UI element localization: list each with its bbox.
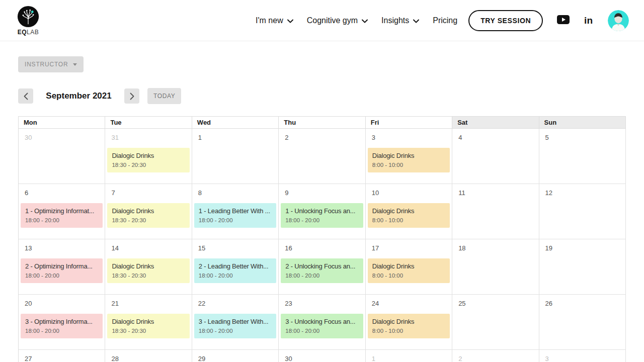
day-cell[interactable]: 11 <box>452 184 539 239</box>
nav-item-cognitive-gym[interactable]: Cognitive gym <box>307 16 368 25</box>
event-time: 18:30 - 20:30 <box>112 328 185 334</box>
brand-name: EQLAB <box>18 29 39 36</box>
weekday-header-sun: Sun <box>539 117 626 129</box>
day-cell[interactable]: 7Dialogic Drinks18:30 - 20:30 <box>105 184 192 239</box>
day-cell[interactable]: 27 <box>19 350 105 362</box>
event-2-unlocking-focus-an[interactable]: 2 - Unlocking Focus an...18:00 - 20:00 <box>281 258 363 283</box>
event-title: Dialogic Drinks <box>372 207 445 215</box>
day-cell[interactable]: 18 <box>452 239 539 295</box>
day-cell[interactable]: 5 <box>539 129 626 184</box>
event-1-unlocking-focus-an[interactable]: 1 - Unlocking Focus an...18:00 - 20:00 <box>281 203 363 228</box>
day-cell[interactable]: 28 <box>105 350 192 362</box>
day-cell[interactable]: 24Dialogic Drinks8:00 - 10:00 <box>366 295 452 350</box>
day-cell[interactable]: 2 <box>279 129 365 184</box>
day-cell[interactable]: 26 <box>539 295 626 350</box>
day-cell[interactable]: 233 - Unlocking Focus an...18:00 - 20:00 <box>279 295 365 350</box>
event-dialogic-drinks[interactable]: Dialogic Drinks8:00 - 10:00 <box>368 314 450 338</box>
user-avatar[interactable] <box>608 10 629 31</box>
day-cell[interactable]: 91 - Unlocking Focus an...18:00 - 20:00 <box>279 184 365 239</box>
weekday-header-thu: Thu <box>279 117 365 129</box>
event-time: 8:00 - 10:00 <box>372 162 445 168</box>
instructor-filter-dropdown[interactable]: INSTRUCTOR <box>18 56 84 72</box>
nav-item-insights[interactable]: Insights <box>381 16 419 25</box>
day-cell[interactable]: 12 <box>539 184 626 239</box>
day-cell[interactable]: 14Dialogic Drinks18:30 - 20:30 <box>105 239 192 295</box>
day-number: 17 <box>366 239 452 252</box>
day-cell[interactable]: 223 - Leading Better With...18:00 - 20:0… <box>192 295 279 350</box>
nav-item-pricing[interactable]: Pricing <box>433 16 457 25</box>
nav-item-im-new[interactable]: I'm new <box>256 16 293 25</box>
day-cell[interactable]: 17Dialogic Drinks8:00 - 10:00 <box>366 239 452 295</box>
event-3-optimizing-informa[interactable]: 3 - Optimizing Informa...18:00 - 20:00 <box>21 314 103 338</box>
event-dialogic-drinks[interactable]: Dialogic Drinks18:30 - 20:30 <box>107 148 189 172</box>
day-number: 6 <box>19 184 105 197</box>
event-1-optimizing-informat[interactable]: 1 - Optimizing Informat...18:00 - 20:00 <box>21 203 103 228</box>
day-cell[interactable]: 3 <box>539 350 626 362</box>
day-number: 5 <box>539 129 625 141</box>
nav-item-label: Pricing <box>433 16 457 25</box>
chevron-down-icon <box>413 19 419 23</box>
day-number: 26 <box>539 295 625 307</box>
day-cell[interactable]: 4 <box>452 129 539 184</box>
event-title: 2 - Optimizing Informa... <box>25 262 98 270</box>
event-title: 3 - Leading Better With... <box>199 317 272 326</box>
day-cell[interactable]: 30 <box>19 129 105 184</box>
day-cell[interactable]: 152 - Leading Better With...18:00 - 20:0… <box>192 239 279 295</box>
event-time: 18:00 - 20:00 <box>199 273 272 279</box>
event-3-unlocking-focus-an[interactable]: 3 - Unlocking Focus an...18:00 - 20:00 <box>281 314 363 338</box>
day-cell[interactable]: 162 - Unlocking Focus an...18:00 - 20:00 <box>279 239 365 295</box>
day-cell[interactable]: 25 <box>452 295 539 350</box>
day-cell[interactable]: 31Dialogic Drinks18:30 - 20:30 <box>105 129 192 184</box>
day-cell[interactable]: 132 - Optimizing Informa...18:00 - 20:00 <box>19 239 105 295</box>
day-cell[interactable]: 30 <box>279 350 365 362</box>
day-cell[interactable]: 21Dialogic Drinks18:30 - 20:30 <box>105 295 192 350</box>
event-title: Dialogic Drinks <box>112 207 185 215</box>
event-1-leading-better-with[interactable]: 1 - Leading Better With ...18:00 - 20:00 <box>194 203 276 228</box>
day-cell[interactable]: 1 <box>366 350 452 362</box>
event-time: 18:00 - 20:00 <box>25 273 98 279</box>
event-title: Dialogic Drinks <box>372 151 445 160</box>
chevron-left-icon <box>24 93 28 100</box>
today-button[interactable]: TODAY <box>147 88 181 104</box>
prev-month-button[interactable] <box>18 88 33 104</box>
day-cell[interactable]: 3Dialogic Drinks8:00 - 10:00 <box>366 129 452 184</box>
linkedin-icon[interactable]: in <box>584 15 593 26</box>
caret-down-icon <box>73 63 77 66</box>
event-time: 18:00 - 20:00 <box>285 217 358 224</box>
day-cell[interactable]: 10Dialogic Drinks8:00 - 10:00 <box>366 184 452 239</box>
event-2-leading-better-with[interactable]: 2 - Leading Better With...18:00 - 20:00 <box>194 258 276 283</box>
day-cell[interactable]: 61 - Optimizing Informat...18:00 - 20:00 <box>19 184 105 239</box>
day-cell[interactable]: 203 - Optimizing Informa...18:00 - 20:00 <box>19 295 105 350</box>
day-number: 2 <box>279 129 365 141</box>
day-cell[interactable]: 81 - Leading Better With ...18:00 - 20:0… <box>192 184 279 239</box>
day-cell[interactable]: 29 <box>192 350 279 362</box>
event-time: 8:00 - 10:00 <box>372 328 445 334</box>
day-number: 29 <box>192 350 278 362</box>
day-cell[interactable]: 2 <box>452 350 539 362</box>
event-dialogic-drinks[interactable]: Dialogic Drinks8:00 - 10:00 <box>368 258 450 283</box>
day-number: 31 <box>105 129 191 141</box>
event-title: 1 - Leading Better With ... <box>199 207 272 215</box>
youtube-icon[interactable] <box>557 15 570 26</box>
brand-logo[interactable]: EQLAB <box>15 6 41 36</box>
event-title: Dialogic Drinks <box>112 151 185 160</box>
day-number: 9 <box>279 184 365 197</box>
day-cell[interactable]: 19 <box>539 239 626 295</box>
day-cell[interactable]: 1 <box>192 129 279 184</box>
event-3-leading-better-with[interactable]: 3 - Leading Better With...18:00 - 20:00 <box>194 314 276 338</box>
event-dialogic-drinks[interactable]: Dialogic Drinks18:30 - 20:30 <box>107 314 189 338</box>
day-number: 28 <box>105 350 191 362</box>
try-session-button[interactable]: TRY SESSION <box>468 10 543 31</box>
day-number: 4 <box>452 129 538 141</box>
event-2-optimizing-informa[interactable]: 2 - Optimizing Informa...18:00 - 20:00 <box>21 258 103 283</box>
next-month-button[interactable] <box>124 88 139 104</box>
day-number: 8 <box>192 184 278 197</box>
event-dialogic-drinks[interactable]: Dialogic Drinks18:30 - 20:30 <box>107 258 189 283</box>
event-dialogic-drinks[interactable]: Dialogic Drinks8:00 - 10:00 <box>368 148 450 172</box>
weekday-header-tue: Tue <box>105 117 192 129</box>
event-dialogic-drinks[interactable]: Dialogic Drinks8:00 - 10:00 <box>368 203 450 228</box>
day-number: 12 <box>539 184 625 197</box>
calendar-page: INSTRUCTOR September 2021 TODAY MonTueWe… <box>0 41 644 362</box>
event-dialogic-drinks[interactable]: Dialogic Drinks18:30 - 20:30 <box>107 203 189 228</box>
event-title: 3 - Unlocking Focus an... <box>285 317 358 326</box>
